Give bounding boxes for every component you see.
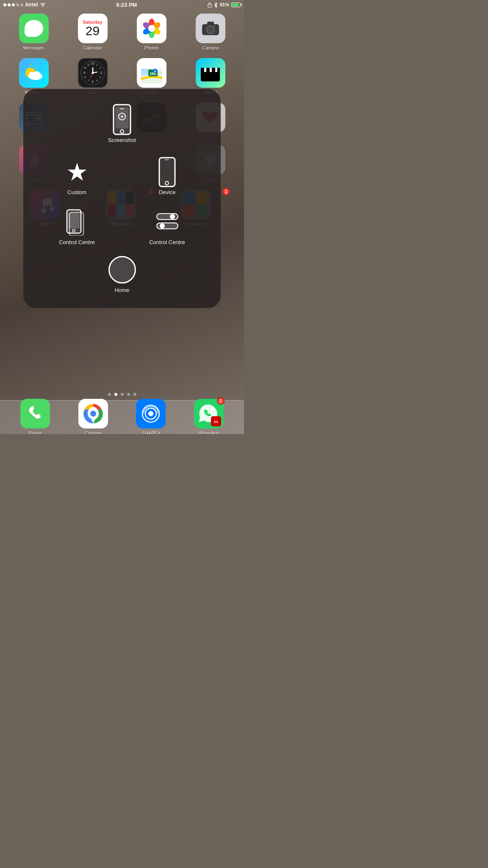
dock-chrome[interactable]: Chrome — [78, 399, 108, 434]
svg-point-81 — [121, 115, 123, 118]
svg-point-14 — [209, 28, 212, 31]
screenshot-icon — [108, 106, 136, 134]
svg-point-0 — [42, 6, 43, 7]
camera-icon-img — [196, 14, 225, 43]
at-home[interactable]: Home — [104, 252, 140, 298]
at-custom[interactable]: ★ Custom — [32, 152, 122, 202]
multitasking-label: Control Centre — [59, 239, 95, 245]
control-centre-svg — [155, 210, 180, 234]
messages-label: Messages — [23, 45, 44, 50]
time-display: 6:23 PM — [116, 2, 137, 8]
svg-point-93 — [170, 214, 175, 219]
whatsapp-badge: 2 — [217, 397, 225, 405]
videos-svg — [199, 64, 222, 83]
custom-icon: ★ — [63, 158, 91, 186]
svg-text:5: 5 — [96, 79, 97, 82]
svg-text:1: 1 — [96, 64, 97, 66]
dock-whatsapp[interactable]: 2 ES WhatsApp — [194, 399, 224, 434]
signal-dot-3 — [12, 3, 15, 6]
camera-label: Camera — [202, 45, 219, 50]
svg-text:12: 12 — [91, 62, 94, 65]
control-centre-label: Control Centre — [149, 239, 185, 245]
svg-point-15 — [214, 25, 216, 27]
page-dot-2[interactable] — [114, 393, 117, 396]
signal-dot-2 — [8, 3, 11, 6]
status-right: 81% — [208, 2, 241, 8]
svg-rect-50 — [206, 68, 210, 72]
at-device[interactable]: Device — [122, 152, 212, 202]
device-label: Device — [159, 189, 176, 195]
page-dot-4[interactable] — [127, 393, 130, 396]
phone-label: Phone — [28, 431, 42, 434]
screenshot-svg — [111, 104, 133, 136]
device-svg — [158, 157, 177, 187]
svg-rect-90 — [68, 212, 80, 228]
svg-point-9 — [148, 25, 155, 32]
dock-shareit[interactable]: SHAREit — [136, 399, 166, 434]
svg-text:8: 8 — [84, 76, 86, 78]
app-messages[interactable]: Messages — [9, 14, 58, 50]
videos-icon-img — [196, 58, 225, 88]
at-screenshot[interactable]: Screenshot — [104, 100, 140, 150]
svg-rect-49 — [201, 68, 204, 72]
signal-dot-5 — [20, 3, 23, 6]
at-control-centre[interactable]: Control Centre — [122, 202, 212, 252]
home-circle — [108, 256, 136, 284]
chrome-label: Chrome — [85, 431, 101, 434]
svg-text:7: 7 — [88, 79, 89, 82]
svg-point-95 — [160, 223, 165, 228]
svg-text:ES: ES — [214, 420, 219, 423]
maps-icon-img: 280 A — [137, 58, 166, 88]
app-camera[interactable]: Camera — [186, 14, 235, 50]
control-centre-icon — [153, 208, 181, 236]
at-multitasking[interactable]: Control Centre — [32, 202, 122, 252]
battery-percent: 81% — [220, 2, 229, 7]
lock-icon — [208, 2, 212, 8]
photos-label: Photos — [144, 45, 158, 50]
signal-dot-1 — [3, 3, 6, 6]
svg-line-18 — [36, 67, 37, 68]
svg-point-98 — [90, 411, 96, 417]
photos-icon-img — [137, 14, 166, 43]
svg-text:10: 10 — [84, 67, 86, 69]
svg-rect-52 — [217, 68, 220, 72]
svg-point-101 — [148, 411, 153, 416]
phone-svg — [27, 406, 43, 422]
page-dot-5[interactable] — [133, 393, 136, 396]
home-label: Home — [115, 287, 130, 293]
app-row-1: Messages Saturday 29 Calendar — [4, 14, 240, 50]
dock-phone[interactable]: Phone — [20, 399, 50, 434]
wifi-icon — [40, 3, 46, 7]
svg-rect-51 — [212, 68, 215, 72]
status-bar: Airtel 6:23 PM 81% — [0, 0, 244, 9]
app-calendar[interactable]: Saturday 29 Calendar — [68, 14, 117, 50]
camera-svg — [202, 21, 219, 36]
screenshot-label: Screenshot — [108, 137, 136, 143]
svg-text:9: 9 — [83, 71, 85, 74]
page-dots — [0, 393, 244, 396]
battery-icon — [231, 3, 241, 7]
photos-svg — [141, 18, 162, 39]
multitasking-svg — [65, 208, 89, 236]
svg-text:11: 11 — [87, 64, 90, 66]
svg-rect-82 — [120, 108, 124, 109]
page-dot-1[interactable] — [108, 393, 111, 396]
multitasking-icon — [63, 208, 91, 236]
status-left: Airtel — [3, 2, 46, 8]
svg-rect-11 — [207, 22, 214, 25]
svg-text:A: A — [154, 69, 156, 73]
phone-icon-img — [20, 399, 50, 428]
shareit-label: SHAREit — [142, 431, 160, 434]
messages-icon-img — [19, 14, 49, 43]
assistive-touch-menu: Screenshot ★ Custom Device — [23, 89, 221, 308]
signal-dots — [3, 3, 23, 6]
app-photos[interactable]: Photos — [127, 14, 176, 50]
svg-rect-87 — [165, 159, 169, 160]
svg-text:6: 6 — [92, 80, 94, 83]
bluetooth-icon — [214, 2, 218, 8]
svg-point-22 — [33, 71, 40, 78]
svg-rect-85 — [159, 158, 175, 186]
whatsapp-label: WhatsApp — [198, 431, 219, 434]
page-dot-3[interactable] — [121, 393, 124, 396]
device-icon — [153, 158, 181, 186]
